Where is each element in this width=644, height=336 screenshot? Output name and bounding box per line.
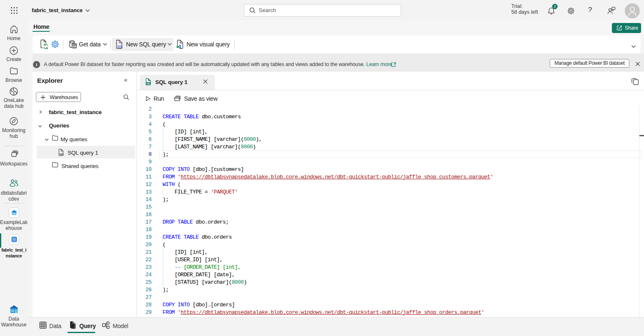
svg-text:SQL: SQL (117, 45, 123, 48)
svg-text:SQL: SQL (59, 153, 64, 155)
svg-text:SQL: SQL (146, 83, 151, 85)
